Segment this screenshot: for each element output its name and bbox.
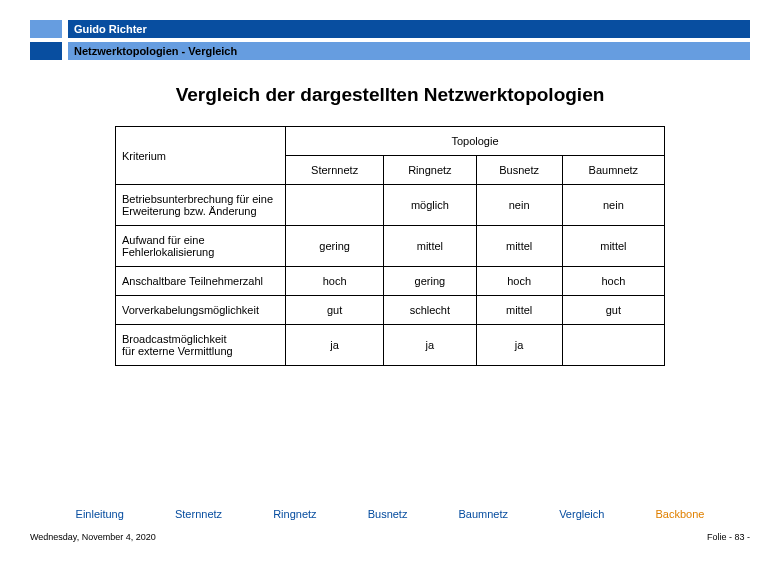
footer-date: Wednesday, November 4, 2020 [30,532,156,542]
col-busnetz: Busnetz [476,156,562,185]
header-subtitle: Netzwerktopologien - Vergleich [68,42,750,60]
topology-header: Topologie [286,127,665,156]
value-cell: hoch [286,267,384,296]
col-ringnetz: Ringnetz [384,156,476,185]
value-cell: hoch [476,267,562,296]
value-cell [286,185,384,226]
criterion-header: Kriterium [116,127,286,185]
value-cell: ja [286,325,384,366]
criterion-cell: Betriebsunterbrechung für eine Erweiteru… [116,185,286,226]
value-cell: mittel [562,226,664,267]
value-cell: möglich [384,185,476,226]
header-accent-square-2 [30,42,62,60]
value-cell: nein [476,185,562,226]
value-cell: ja [476,325,562,366]
criterion-cell: Anschaltbare Teilnehmerzahl [116,267,286,296]
comparison-table-container: Kriterium Topologie Sternnetz Ringnetz B… [115,126,665,366]
nav-einleitung[interactable]: Einleitung [76,508,124,520]
value-cell: gut [562,296,664,325]
table-row: Aufwand für eine Fehlerlokalisierung ger… [116,226,665,267]
value-cell: hoch [562,267,664,296]
nav-busnetz[interactable]: Busnetz [368,508,408,520]
comparison-table: Kriterium Topologie Sternnetz Ringnetz B… [115,126,665,366]
slide-title: Vergleich der dargestellten Netzwerktopo… [30,84,750,106]
value-cell: mittel [476,226,562,267]
criterion-cell: Aufwand für eine Fehlerlokalisierung [116,226,286,267]
nav-baumnetz[interactable]: Baumnetz [459,508,509,520]
value-cell: ja [384,325,476,366]
header-accent-square [30,20,62,38]
nav-sternnetz[interactable]: Sternnetz [175,508,222,520]
criterion-cell: Broadcastmöglichkeit für externe Vermitt… [116,325,286,366]
header-author: Guido Richter [68,20,750,38]
footer-page: Folie - 83 - [707,532,750,542]
value-cell: gering [286,226,384,267]
value-cell: mittel [476,296,562,325]
table-row: Betriebsunterbrechung für eine Erweiteru… [116,185,665,226]
table-row: Vorverkabelungsmöglichkeit gut schlecht … [116,296,665,325]
value-cell: mittel [384,226,476,267]
nav-vergleich[interactable]: Vergleich [559,508,604,520]
header-row-1: Guido Richter [30,20,750,38]
nav-ringnetz[interactable]: Ringnetz [273,508,316,520]
table-row: Broadcastmöglichkeit für externe Vermitt… [116,325,665,366]
nav-backbone[interactable]: Backbone [656,508,705,520]
criterion-cell: Vorverkabelungsmöglichkeit [116,296,286,325]
value-cell [562,325,664,366]
slide: Guido Richter Netzwerktopologien - Vergl… [30,20,750,550]
value-cell: schlecht [384,296,476,325]
value-cell: nein [562,185,664,226]
value-cell: gering [384,267,476,296]
value-cell: gut [286,296,384,325]
table-row: Anschaltbare Teilnehmerzahl hoch gering … [116,267,665,296]
bottom-nav: Einleitung Sternnetz Ringnetz Busnetz Ba… [30,508,750,520]
col-baumnetz: Baumnetz [562,156,664,185]
col-sternnetz: Sternnetz [286,156,384,185]
header-row-2: Netzwerktopologien - Vergleich [30,42,750,60]
